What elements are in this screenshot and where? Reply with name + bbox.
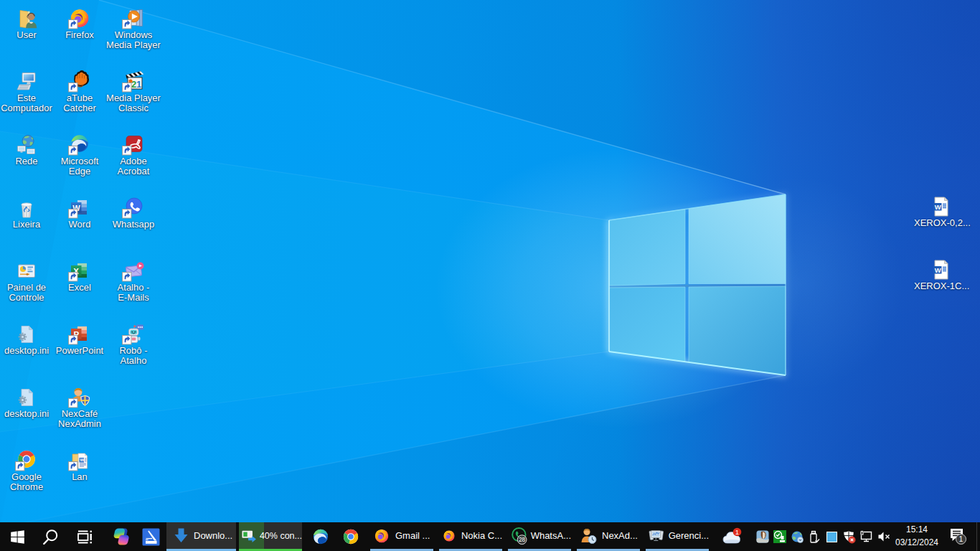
- svg-text:1: 1: [959, 534, 963, 543]
- svg-text:W: W: [935, 266, 941, 274]
- svg-text:W: W: [935, 203, 941, 211]
- svg-text:W: W: [80, 458, 85, 462]
- svg-text:28: 28: [519, 536, 526, 543]
- svg-text:1: 1: [735, 528, 739, 536]
- svg-text:1: 1: [136, 79, 141, 90]
